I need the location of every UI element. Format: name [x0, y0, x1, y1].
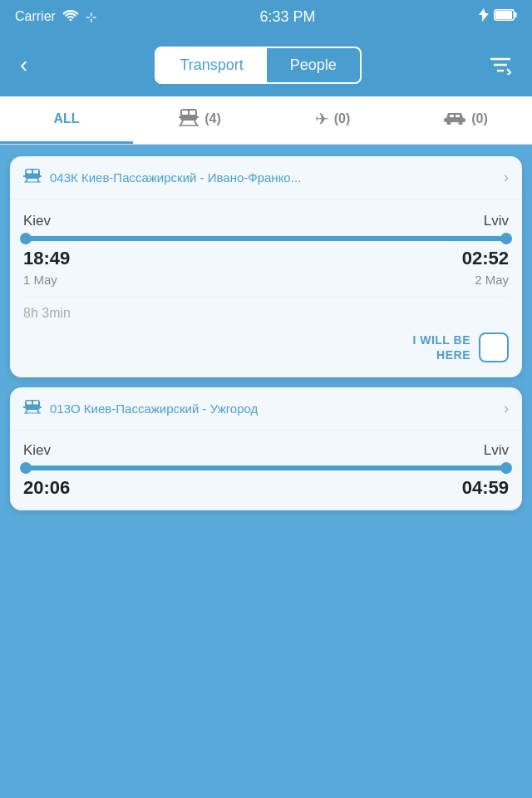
svg-rect-1: [515, 12, 517, 17]
content-area: 043К Киев-Пассажирский - Ивано-Франко...…: [0, 145, 532, 798]
card1-body: Kiev Lviv 18:49 02:52 1 May 2 May 8h 3mi…: [10, 200, 522, 377]
card1-divider: [23, 297, 509, 298]
status-bar-left: Carrier ⊹: [15, 9, 96, 25]
svg-line-22: [26, 179, 27, 182]
tab-plane[interactable]: ✈ (0): [266, 96, 399, 144]
svg-rect-2: [495, 11, 512, 19]
card1-iwillbehere-label: I WILL BEHERE: [412, 332, 470, 362]
svg-rect-7: [182, 111, 188, 115]
card1-iwillbehere-checkbox[interactable]: [479, 332, 509, 362]
card1-dep-date: 1 May: [23, 273, 57, 287]
status-bar: Carrier ⊹ 6:33 PM: [0, 0, 532, 33]
segment-people[interactable]: People: [267, 48, 360, 82]
filter-button[interactable]: [482, 48, 519, 81]
svg-rect-20: [33, 170, 38, 174]
card1-title: 043К Киев-Пассажирский - Ивано-Франко...: [50, 170, 495, 185]
card2-body: Kiev Lviv 20:06 04:59: [10, 431, 522, 510]
card1-dep-time: 18:49: [23, 248, 70, 269]
segment-control: Transport People: [155, 47, 361, 84]
svg-line-23: [37, 179, 39, 182]
location-icon: [479, 8, 489, 25]
card1-train-icon: [23, 168, 42, 187]
svg-rect-26: [27, 401, 32, 405]
svg-rect-8: [190, 111, 195, 115]
card1-arr-date: 2 May: [475, 273, 509, 287]
status-bar-time: 6:33 PM: [259, 8, 315, 26]
nav-bar: ‹ Transport People: [0, 33, 532, 96]
status-bar-right: [479, 8, 517, 25]
tab-train[interactable]: (4): [133, 96, 266, 144]
card2-header[interactable]: 013О Киев-Пассажирский - Ужгород ›: [10, 387, 522, 431]
card1-chevron-icon: ›: [504, 169, 509, 186]
wifi-icon: [62, 9, 79, 24]
svg-line-30: [37, 410, 39, 413]
svg-rect-17: [456, 115, 460, 117]
card1-from-city: Kiev: [23, 213, 51, 229]
card2-progress-dot-right: [500, 462, 512, 474]
tab-all[interactable]: ALL: [0, 96, 133, 144]
activity-icon: ⊹: [86, 9, 96, 25]
card2-progress-dot-left: [20, 462, 32, 474]
card1-to-city: Lviv: [484, 213, 509, 229]
svg-line-11: [195, 121, 197, 126]
train-card-1: 043К Киев-Пассажирский - Ивано-Франко...…: [10, 156, 522, 377]
back-button[interactable]: ‹: [13, 45, 34, 85]
tab-plane-count: (0): [334, 111, 351, 126]
card1-progress-bar: [23, 236, 509, 241]
svg-rect-9: [179, 116, 199, 118]
tab-car[interactable]: (0): [399, 96, 532, 144]
card1-arr-time: 02:52: [462, 248, 509, 269]
svg-rect-13: [444, 118, 466, 122]
svg-rect-16: [450, 115, 454, 117]
card1-footer: I WILL BEHERE: [23, 332, 509, 366]
card2-progress-bar: [23, 466, 509, 470]
card1-progress-dot-left: [20, 233, 32, 244]
train-card-2: 013О Киев-Пассажирский - Ужгород › Kiev …: [10, 387, 522, 510]
car-tab-icon: [443, 110, 466, 129]
tab-bar: ALL (4) ✈ (0): [0, 96, 532, 145]
card1-route-cities: Kiev Lviv: [23, 213, 509, 229]
card1-progress-dot-right: [500, 233, 512, 244]
tab-all-label: ALL: [53, 111, 79, 126]
svg-rect-21: [23, 175, 42, 177]
battery-icon: [494, 9, 517, 24]
card2-to-city: Lviv: [484, 442, 509, 459]
svg-rect-19: [27, 170, 32, 174]
card2-dep-time: 20:06: [23, 477, 70, 499]
carrier-label: Carrier: [15, 9, 56, 24]
svg-rect-27: [33, 401, 38, 405]
svg-rect-28: [23, 406, 42, 408]
card1-header[interactable]: 043К Киев-Пассажирский - Ивано-Франко...…: [10, 156, 522, 200]
card2-times: 20:06 04:59: [23, 477, 509, 499]
card2-from-city: Kiev: [23, 442, 51, 459]
svg-line-29: [26, 410, 27, 413]
tab-train-count: (4): [204, 111, 221, 126]
card1-dates: 1 May 2 May: [23, 273, 509, 287]
card2-arr-time: 04:59: [462, 477, 509, 499]
segment-transport[interactable]: Transport: [156, 48, 266, 82]
card1-times: 18:49 02:52: [23, 248, 509, 269]
plane-tab-icon: ✈: [315, 109, 329, 129]
card2-title: 013О Киев-Пассажирский - Ужгород: [50, 401, 495, 416]
card2-chevron-icon: ›: [504, 400, 509, 417]
card1-duration: 8h 3min: [23, 306, 509, 321]
tab-car-count: (0): [471, 111, 488, 126]
card2-train-icon: [23, 399, 42, 418]
train-tab-icon: [178, 108, 200, 131]
card2-route-cities: Kiev Lviv: [23, 442, 509, 459]
svg-line-10: [180, 121, 183, 126]
